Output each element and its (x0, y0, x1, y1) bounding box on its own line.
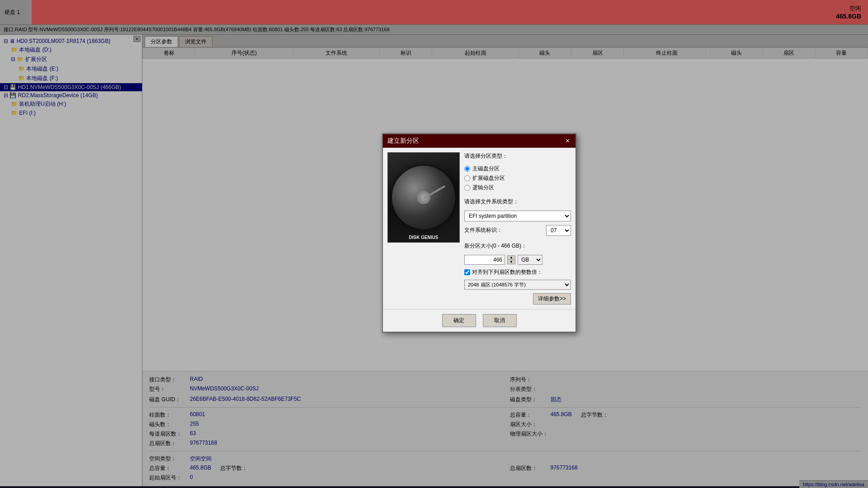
dialog-title: 建立新分区 (387, 137, 419, 145)
align-label: 对齐到下列扇区数的整数倍： (472, 268, 542, 276)
dialog-form: 请选择分区类型： 主磁盘分区 扩展磁盘分区 逻辑分区 请选择文件 (464, 152, 571, 305)
details-button[interactable]: 详细参数>> (533, 293, 571, 305)
radio-logical[interactable]: 逻辑分区 (464, 184, 571, 192)
fs-type-label: 请选择文件系统类型： (464, 198, 571, 206)
fs-id-row: 文件系统标识： 07 (464, 225, 571, 236)
disk-visual (392, 166, 455, 229)
disk-brand: DISK GENIUS (409, 235, 438, 240)
radio-extended-input[interactable] (464, 175, 470, 181)
radio-primary-input[interactable] (464, 166, 470, 172)
dialog-overlay: 建立新分区 × DISK GENIUS 请选择分区类型： (0, 0, 868, 488)
size-up-button[interactable]: ▲ (508, 256, 515, 260)
size-label: 新分区大小(0 - 466 GB)： (464, 242, 571, 250)
radio-extended[interactable]: 扩展磁盘分区 (464, 174, 571, 182)
ok-button[interactable]: 确定 (442, 314, 476, 327)
new-partition-dialog: 建立新分区 × DISK GENIUS 请选择分区类型： (382, 133, 576, 333)
align-row: 对齐到下列扇区数的整数倍： (464, 268, 571, 276)
cancel-button[interactable]: 取消 (483, 314, 517, 327)
radio-extended-label: 扩展磁盘分区 (472, 174, 505, 182)
partition-type-group: 主磁盘分区 扩展磁盘分区 逻辑分区 (464, 165, 571, 192)
radio-primary-label: 主磁盘分区 (472, 165, 500, 173)
radio-logical-input[interactable] (464, 185, 470, 191)
size-down-button[interactable]: ▼ (508, 260, 515, 264)
dialog-content: DISK GENIUS 请选择分区类型： 主磁盘分区 扩展磁盘分区 (383, 148, 576, 309)
fs-type-select[interactable]: EFI system partition FAT32 NTFS exFAT ex… (464, 211, 571, 221)
fs-id-label: 文件系统标识： (464, 226, 502, 234)
size-input[interactable] (464, 255, 505, 265)
dialog-buttons: 确定 取消 (383, 309, 576, 332)
partition-type-title: 请选择分区类型： (464, 152, 571, 160)
disk-image: DISK GENIUS (387, 152, 460, 243)
size-spinner[interactable]: ▲ ▼ (507, 255, 515, 264)
align-select[interactable]: 2048 扇区 (1048576 字节) 4096 扇区 (2097152 字节… (464, 280, 571, 290)
radio-primary[interactable]: 主磁盘分区 (464, 165, 571, 173)
fs-id-select[interactable]: 07 (546, 225, 571, 236)
radio-logical-label: 逻辑分区 (472, 184, 494, 192)
dialog-title-bar: 建立新分区 × (383, 134, 576, 148)
align-checkbox[interactable] (464, 269, 470, 275)
size-unit-select[interactable]: GB MB (518, 255, 542, 265)
size-row: ▲ ▼ GB MB (464, 255, 571, 265)
dialog-close-button[interactable]: × (564, 137, 571, 145)
